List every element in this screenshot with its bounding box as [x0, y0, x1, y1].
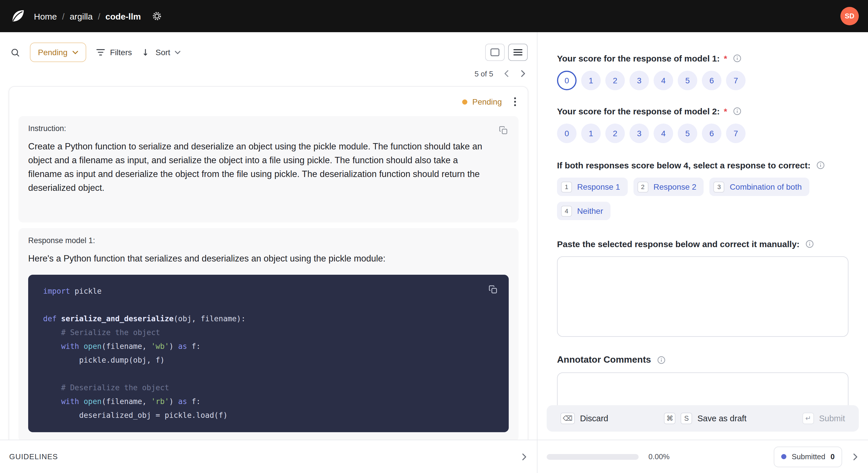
argilla-logo-icon[interactable] [9, 7, 26, 25]
question-title: Annotator Comments [557, 355, 651, 365]
required-mark: * [724, 54, 727, 63]
breadcrumb-home[interactable]: Home [34, 11, 57, 21]
info-icon[interactable] [732, 106, 742, 116]
guidelines-bar[interactable]: GUIDELINES [0, 440, 537, 473]
rating-option-0[interactable]: 0 [557, 71, 577, 90]
search-icon[interactable] [9, 46, 21, 58]
annotation-panel: Your score for the response of model 1: … [537, 32, 868, 440]
breadcrumb: Home / argilla / code-llm [34, 11, 141, 21]
next-record-chevron[interactable] [520, 69, 527, 78]
code-line: import pickle [43, 284, 499, 298]
filter-icon [96, 48, 105, 56]
label-option-neither[interactable]: 4Neither [557, 202, 611, 220]
question-rating-model-1: Your score for the response of model 1: … [557, 54, 848, 90]
response-1-field-title: Response model 1: [28, 236, 509, 245]
question-response-to-correct: If both responses score below 4, select … [557, 160, 848, 220]
code-line [43, 298, 499, 312]
top-bar: Home / argilla / code-llm SD [0, 0, 868, 32]
record-kebab-menu-icon[interactable] [512, 96, 519, 107]
metrics-expand-chevron[interactable] [852, 452, 859, 461]
required-mark: * [724, 106, 727, 116]
info-icon[interactable] [732, 54, 742, 63]
backspace-key-icon: ⌫ [560, 413, 575, 424]
copy-icon[interactable] [498, 125, 509, 136]
instruction-text: Create a Python function to serialize an… [28, 140, 509, 195]
instruction-field: Instruction: Create a Python function to… [19, 116, 519, 222]
rating-option-1[interactable]: 1 [581, 124, 601, 143]
rating-option-2[interactable]: 2 [605, 71, 625, 90]
progress-track [547, 454, 639, 460]
label-option-response-2[interactable]: 2Response 2 [633, 178, 704, 196]
view-toggles [485, 44, 528, 61]
code-line: # Serialize the object [43, 326, 499, 340]
discard-button[interactable]: ⌫ Discard [557, 412, 612, 425]
code-line: def serialize_and_deserialize(obj, filen… [43, 312, 499, 326]
response-1-field: Response model 1: Here's a Python functi… [19, 228, 519, 440]
status-filter-label: Pending [38, 48, 67, 57]
questions-form: Your score for the response of model 1: … [537, 54, 868, 440]
shortcut-key-badge: 3 [714, 181, 724, 192]
s-key-icon: S [681, 413, 692, 424]
dataset-settings-gear-icon[interactable] [151, 10, 163, 23]
status-filter-dropdown[interactable]: Pending [30, 42, 87, 62]
submitted-label: Submitted [792, 452, 825, 461]
shortcut-key-badge: 4 [561, 206, 572, 216]
save-as-draft-button[interactable]: ⌘ S Save as draft [661, 412, 750, 425]
code-line: with open(filename, 'rb') as f: [43, 395, 499, 409]
label-options: 1Response 12Response 23Combination of bo… [557, 178, 833, 220]
rating-option-5[interactable]: 5 [678, 71, 697, 90]
info-icon[interactable] [656, 355, 666, 365]
record-status-row: Pending [19, 96, 519, 107]
code-copy-icon[interactable] [488, 284, 498, 295]
record-card: Pending Instruction: [9, 86, 528, 440]
rating-option-6[interactable]: 6 [702, 71, 721, 90]
list-view-toggle[interactable] [508, 44, 528, 61]
cmd-key-icon: ⌘ [664, 413, 676, 424]
label-option-response-1[interactable]: 1Response 1 [557, 178, 627, 196]
label-option-text: Combination of both [730, 182, 802, 191]
chevron-down-icon [73, 50, 79, 54]
previous-record-chevron[interactable] [503, 69, 510, 78]
submit-button[interactable]: ↵ Submit [799, 412, 848, 425]
record-status-label: Pending [472, 97, 502, 106]
rating-option-5[interactable]: 5 [678, 124, 697, 143]
sort-button[interactable]: Sort [142, 45, 182, 59]
info-icon[interactable] [816, 160, 826, 170]
question-correction-text: Paste the selected response below and co… [557, 239, 848, 337]
guidelines-expand-chevron[interactable] [521, 452, 528, 461]
code-line: pickle.dump(obj, f) [43, 353, 499, 367]
question-title: Your score for the response of model 2: [557, 106, 720, 116]
rating-option-1[interactable]: 1 [581, 71, 601, 90]
sort-label: Sort [155, 48, 170, 57]
correction-textarea[interactable] [557, 256, 848, 337]
response-1-intro-text: Here's a Python function that serializes… [28, 252, 509, 265]
user-avatar[interactable]: SD [840, 7, 859, 25]
filters-button[interactable]: Filters [95, 45, 133, 59]
code-line: # Deserialize the object [43, 381, 499, 395]
submitted-count: 0 [831, 452, 835, 461]
breadcrumb-workspace[interactable]: argilla [69, 11, 93, 21]
card-view-toggle[interactable] [485, 44, 505, 61]
action-bar: ⌫ Discard ⌘ S Save as draft ↵ Submit [547, 405, 859, 432]
info-icon[interactable] [805, 239, 814, 249]
rating-option-4[interactable]: 4 [654, 71, 673, 90]
rating-option-2[interactable]: 2 [605, 124, 625, 143]
rating-option-3[interactable]: 3 [629, 71, 649, 90]
rating-option-3[interactable]: 3 [629, 124, 649, 143]
record-panel: Pending Filters [0, 32, 537, 440]
rating-option-7[interactable]: 7 [726, 124, 746, 143]
rating-option-6[interactable]: 6 [702, 124, 721, 143]
label-option-text: Response 2 [653, 182, 696, 191]
code-line [43, 367, 499, 381]
submitted-status-badge[interactable]: Submitted 0 [774, 446, 842, 467]
question-title: Paste the selected response below and co… [557, 239, 800, 249]
code-block: import pickle def serialize_and_deserial… [28, 275, 509, 432]
pagination-label: 5 of 5 [474, 69, 493, 78]
rating-options-model-1: 01234567 [557, 71, 848, 90]
rating-option-4[interactable]: 4 [654, 124, 673, 143]
submitted-dot [781, 454, 786, 459]
action-bar-wrap: ⌫ Discard ⌘ S Save as draft ↵ Submit [537, 405, 868, 440]
rating-option-7[interactable]: 7 [726, 71, 746, 90]
label-option-combination-of-both[interactable]: 3Combination of both [710, 178, 809, 196]
rating-option-0[interactable]: 0 [557, 124, 577, 143]
